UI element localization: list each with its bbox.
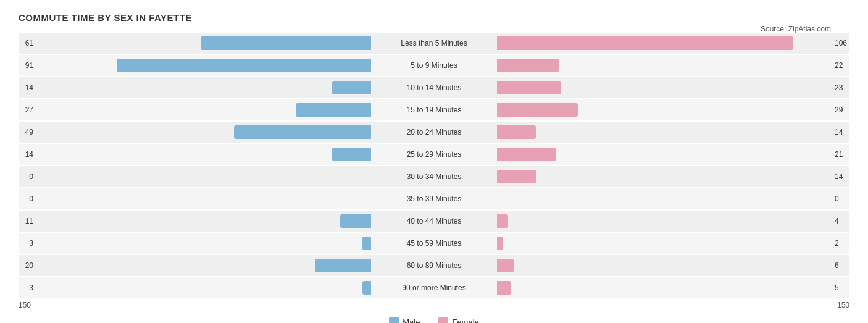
male-bar-container bbox=[36, 103, 372, 117]
male-value: 3 bbox=[19, 239, 36, 248]
right-side: 5 bbox=[496, 277, 849, 298]
female-value: 0 bbox=[832, 195, 849, 203]
female-bar bbox=[497, 214, 508, 228]
table-row: 3 45 to 59 Minutes 2 bbox=[19, 233, 849, 254]
female-value: 4 bbox=[832, 217, 849, 225]
male-value: 3 bbox=[19, 283, 36, 292]
male-bar-container bbox=[36, 59, 372, 72]
male-bar-container bbox=[36, 214, 372, 228]
female-value: 21 bbox=[832, 150, 849, 159]
male-bar bbox=[117, 59, 371, 72]
female-bar-container bbox=[496, 36, 832, 50]
row-inner: 61 Less than 5 Minutes 106 bbox=[19, 33, 849, 54]
row-label: 5 to 9 Minutes bbox=[372, 61, 496, 70]
left-side: 61 bbox=[19, 33, 372, 54]
female-bar bbox=[497, 148, 556, 161]
table-row: 20 60 to 89 Minutes 6 bbox=[19, 255, 849, 276]
left-side: 20 bbox=[19, 255, 372, 276]
male-bar-container bbox=[36, 237, 372, 250]
chart-rows: 61 Less than 5 Minutes 106 91 bbox=[19, 33, 849, 298]
left-side: 3 bbox=[19, 277, 372, 298]
row-inner: 49 20 to 24 Minutes 14 bbox=[19, 122, 849, 143]
male-bar bbox=[201, 36, 371, 50]
male-value: 0 bbox=[19, 172, 36, 181]
female-bar bbox=[497, 259, 514, 272]
male-bar bbox=[332, 81, 371, 94]
male-value: 91 bbox=[19, 61, 36, 70]
female-bar-container bbox=[496, 170, 832, 183]
right-side: 4 bbox=[496, 211, 849, 232]
right-side: 2 bbox=[496, 233, 849, 254]
chart-title: COMMUTE TIME BY SEX IN FAYETTE bbox=[19, 12, 849, 23]
left-side: 14 bbox=[19, 77, 372, 98]
female-bar bbox=[497, 237, 503, 250]
right-side: 29 bbox=[496, 99, 849, 120]
legend: Male Female bbox=[19, 317, 849, 323]
right-side: 21 bbox=[496, 144, 849, 165]
female-bar bbox=[497, 125, 536, 139]
female-bar-container bbox=[496, 259, 832, 272]
row-inner: 0 30 to 34 Minutes 14 bbox=[19, 166, 849, 187]
left-side: 14 bbox=[19, 144, 372, 165]
table-row: 49 20 to 24 Minutes 14 bbox=[19, 122, 849, 143]
male-value: 27 bbox=[19, 106, 36, 114]
female-bar-container bbox=[496, 59, 832, 72]
right-side: 6 bbox=[496, 255, 849, 276]
male-bar-container bbox=[36, 259, 372, 272]
row-inner: 27 15 to 19 Minutes 29 bbox=[19, 99, 849, 120]
female-bar-container bbox=[496, 125, 832, 139]
male-bar-container bbox=[36, 36, 372, 50]
female-bar bbox=[497, 59, 559, 72]
left-side: 11 bbox=[19, 211, 372, 232]
male-bar-container bbox=[36, 192, 372, 206]
female-value: 106 bbox=[832, 39, 849, 48]
table-row: 91 5 to 9 Minutes 22 bbox=[19, 55, 849, 76]
male-value: 49 bbox=[19, 128, 36, 136]
male-bar bbox=[362, 237, 371, 250]
right-side: 0 bbox=[496, 188, 849, 209]
male-value: 20 bbox=[19, 261, 36, 270]
male-bar bbox=[362, 281, 371, 295]
row-inner: 14 25 to 29 Minutes 21 bbox=[19, 144, 849, 165]
row-inner: 11 40 to 44 Minutes 4 bbox=[19, 211, 849, 232]
table-row: 14 10 to 14 Minutes 23 bbox=[19, 77, 849, 98]
female-bar-container bbox=[496, 281, 832, 295]
female-value: 22 bbox=[832, 61, 849, 70]
female-value: 14 bbox=[832, 128, 849, 136]
female-bar-container bbox=[496, 103, 832, 117]
male-bar-container bbox=[36, 148, 372, 161]
female-value: 29 bbox=[832, 106, 849, 114]
row-inner: 3 90 or more Minutes 5 bbox=[19, 277, 849, 298]
row-inner: 20 60 to 89 Minutes 6 bbox=[19, 255, 849, 276]
female-bar-container bbox=[496, 81, 832, 94]
female-bar-container bbox=[496, 148, 832, 161]
male-bar-container bbox=[36, 170, 372, 183]
right-side: 14 bbox=[496, 166, 849, 187]
axis-labels: 150 150 bbox=[19, 301, 849, 309]
axis-right: 150 bbox=[837, 301, 849, 309]
row-label: 40 to 44 Minutes bbox=[372, 217, 496, 225]
row-inner: 14 10 to 14 Minutes 23 bbox=[19, 77, 849, 98]
row-inner: 3 45 to 59 Minutes 2 bbox=[19, 233, 849, 254]
row-label: 45 to 59 Minutes bbox=[372, 239, 496, 248]
left-side: 91 bbox=[19, 55, 372, 76]
row-label: 15 to 19 Minutes bbox=[372, 106, 496, 114]
left-side: 3 bbox=[19, 233, 372, 254]
female-value: 6 bbox=[832, 261, 849, 270]
row-inner: 91 5 to 9 Minutes 22 bbox=[19, 55, 849, 76]
female-bar bbox=[497, 170, 536, 183]
row-label: 10 to 14 Minutes bbox=[372, 83, 496, 92]
table-row: 61 Less than 5 Minutes 106 bbox=[19, 33, 849, 54]
female-bar-container bbox=[496, 237, 832, 250]
male-value: 14 bbox=[19, 83, 36, 92]
female-bar bbox=[497, 81, 561, 94]
male-legend-label: Male bbox=[403, 317, 420, 324]
female-bar bbox=[497, 281, 511, 295]
row-inner: 0 35 to 39 Minutes 0 bbox=[19, 188, 849, 209]
female-value: 5 bbox=[832, 283, 849, 292]
chart-container: 61 Less than 5 Minutes 106 91 bbox=[19, 33, 849, 309]
right-side: 106 bbox=[496, 33, 849, 54]
row-label: 25 to 29 Minutes bbox=[372, 150, 496, 159]
male-bar bbox=[340, 214, 371, 228]
table-row: 0 30 to 34 Minutes 14 bbox=[19, 166, 849, 187]
